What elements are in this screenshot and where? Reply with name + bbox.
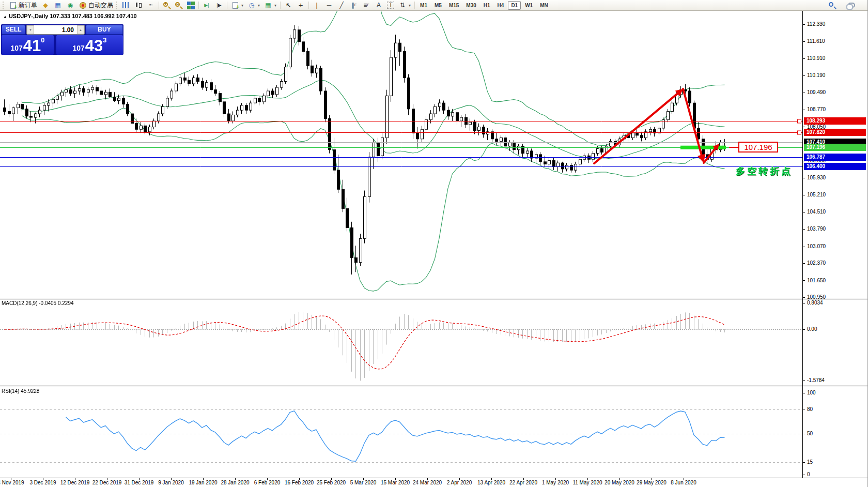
price-label-107.820: 107.820: [804, 129, 866, 136]
buy-price[interactable]: 107 43 3: [56, 35, 123, 55]
sell-price-big: 41: [23, 38, 41, 54]
crosshair-button[interactable]: +: [295, 1, 307, 10]
periodicity-button[interactable]: ◷ ▾: [245, 1, 262, 10]
date-tick-label: 3 Dec 2019: [29, 480, 56, 485]
timeframe-button-H4[interactable]: H4: [494, 1, 507, 10]
pane-separator[interactable]: [0, 298, 868, 299]
time-axis-border: [0, 478, 868, 478]
timeframe-button-M1[interactable]: M1: [417, 1, 430, 10]
candle-chart-button[interactable]: [132, 1, 145, 10]
rsi-tick: 15: [803, 459, 813, 465]
timeframe-button-D1[interactable]: D1: [508, 1, 521, 10]
rsi-tick: 0: [803, 471, 810, 478]
cursor-button[interactable]: ↖: [282, 1, 295, 10]
toolbar-separator: [280, 2, 281, 9]
one-click-trading-panel: SELL ▼ 1.00 ▲ BUY 107 41 0 107 43 3: [1, 24, 123, 55]
timeframe-button-M5[interactable]: M5: [431, 1, 445, 10]
auto-trading-icon: [79, 1, 87, 9]
collapse-triangle-icon[interactable]: ▲: [3, 14, 7, 19]
tile-windows-button[interactable]: [184, 1, 197, 10]
time-axis[interactable]: 4 Nov 20193 Dec 201912 Dec 201922 Dec 20…: [0, 479, 868, 487]
date-tick-mark: [619, 478, 620, 480]
rsi-pane[interactable]: [0, 387, 802, 478]
channel-button[interactable]: ∥E: [348, 1, 360, 10]
vertical-line-button[interactable]: |: [311, 1, 323, 10]
toolbar-separator: [414, 2, 415, 9]
horizontal-line-icon: ─: [325, 1, 333, 9]
sell-button[interactable]: SELL: [2, 25, 25, 35]
arrows-icon: ⇅: [398, 1, 407, 9]
new-chart-button[interactable]: ▾: [229, 1, 245, 10]
text-button[interactable]: A: [373, 1, 385, 10]
market-watch-icon: ▦: [54, 1, 62, 9]
price-label-107.196: 107.196: [804, 144, 866, 151]
main-toolbar: 新订单 ◆ ▦ ◉ 自动交易 ≈ + −: [0, 0, 868, 11]
price-tick: 110.190: [803, 72, 825, 79]
pane-separator[interactable]: [0, 386, 868, 387]
timeframe-button-M15[interactable]: M15: [446, 1, 462, 10]
search-button[interactable]: [826, 1, 838, 10]
volume-stepper: ▼ 1.00 ▲: [26, 25, 85, 35]
horizontal-line-button[interactable]: ─: [323, 1, 335, 10]
timeframe-button-M30[interactable]: M30: [463, 1, 479, 10]
auto-trading-button[interactable]: 自动交易: [76, 1, 115, 10]
date-tick-mark: [43, 478, 43, 480]
buy-button[interactable]: BUY: [86, 25, 123, 35]
trendline-button[interactable]: ╱: [335, 1, 348, 10]
text-label-button[interactable]: T: [385, 1, 396, 10]
macd-indicator-label: MACD(12,26,9) -0.0405 0.2294: [2, 300, 74, 306]
date-tick-label: 20 May 2020: [605, 480, 634, 485]
zoom-out-icon: −: [175, 2, 182, 9]
chat-button[interactable]: [845, 1, 858, 10]
volume-value[interactable]: 1.00: [34, 25, 77, 34]
market-watch-button[interactable]: ▦: [52, 1, 64, 10]
date-tick-label: 24 Mar 2020: [413, 480, 442, 485]
new-order-button[interactable]: 新订单: [7, 1, 39, 10]
date-tick-label: 22 Dec 2019: [92, 480, 122, 485]
toolbar-grip[interactable]: [116, 2, 118, 9]
macd-tick: 0.00: [803, 326, 817, 332]
vertical-line-icon: |: [313, 1, 321, 9]
shift-end-button[interactable]: ▶|: [200, 1, 213, 10]
volume-up-button[interactable]: ▲: [77, 25, 84, 34]
toolbar-grip[interactable]: [3, 2, 5, 9]
news-button[interactable]: ◆: [39, 1, 52, 10]
turning-point-annotation[interactable]: 多空转折点: [736, 165, 793, 177]
chevron-down-icon: ▾: [409, 3, 411, 8]
arrows-button[interactable]: ⇅ ▾: [396, 1, 413, 10]
autoscroll-icon: |▶: [215, 1, 223, 9]
date-tick-mark: [363, 478, 364, 480]
date-tick-mark: [203, 478, 204, 480]
toolbar-separator: [159, 2, 159, 9]
price-axis[interactable]: 112.330111.610110.910110.190109.490108.7…: [803, 11, 868, 478]
price-callout[interactable]: 107.196: [738, 142, 778, 153]
macd-tick: 0.8034: [803, 300, 823, 306]
macd-tick: -1.5784: [803, 377, 825, 384]
template-button[interactable]: ▦ ▾: [262, 1, 278, 10]
fibonacci-button[interactable]: ≡F: [360, 1, 373, 10]
template-icon: ▦: [264, 1, 272, 9]
price-tick: 110.910: [803, 55, 825, 62]
sell-price[interactable]: 107 41 0: [2, 35, 54, 55]
chat-icon: [847, 1, 856, 9]
price-label-106.787: 106.787: [804, 154, 866, 161]
date-tick-label: 2 Apr 2020: [447, 480, 472, 485]
zoom-in-button[interactable]: +: [161, 1, 173, 10]
signal-button[interactable]: ◉: [64, 1, 76, 10]
line-chart-button[interactable]: ≈: [145, 1, 157, 10]
zoom-in-icon: +: [163, 2, 171, 9]
timeframe-button-W1[interactable]: W1: [522, 1, 536, 10]
bar-chart-button[interactable]: [120, 1, 132, 10]
rsi-tick: 50: [803, 431, 813, 437]
date-tick-label: 16 Feb 2020: [285, 480, 314, 485]
zoom-out-button[interactable]: −: [173, 1, 184, 10]
timeframe-button-MN[interactable]: MN: [537, 1, 551, 10]
volume-down-button[interactable]: ▼: [27, 25, 34, 34]
timeframe-button-H1[interactable]: H1: [481, 1, 493, 10]
price-tick: 105.930: [803, 175, 826, 181]
date-tick-mark: [235, 478, 236, 480]
autoscroll-button[interactable]: |▶: [213, 1, 225, 10]
macd-pane[interactable]: [0, 299, 802, 386]
date-tick-mark: [587, 478, 588, 480]
price-tick: 102.370: [803, 260, 826, 266]
